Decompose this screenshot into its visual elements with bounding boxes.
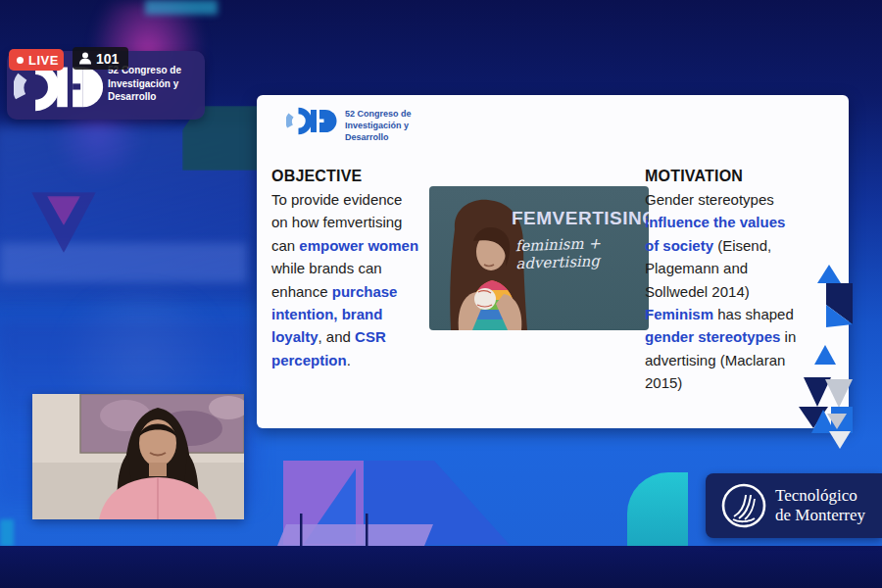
femvertising-title: FEMVERTISING <box>512 208 641 229</box>
tec-de-monterrey-logo-icon <box>721 483 766 528</box>
viewer-count-badge: 101 <box>73 47 128 70</box>
live-label: LIVE <box>28 53 59 68</box>
bottom-bar <box>0 546 882 588</box>
institution-name: Tecnológico de Monterrey <box>775 486 865 525</box>
slide-congress-title: 52 Congreso de Investigación y Desarroll… <box>345 108 412 143</box>
statue-triangle <box>31 192 96 253</box>
congress-title: 52 Congreso de Investigación y Desarroll… <box>108 64 181 104</box>
geometric-decoration <box>277 453 522 547</box>
motivation-heading: MOTIVATION <box>645 168 829 185</box>
femvertising-image: FEMVERTISING feminism + advertising <box>429 186 649 330</box>
stream-frame: LIVE 101 52 Congreso de Investigación y … <box>0 0 882 588</box>
glitch-cyan-bit <box>0 519 14 547</box>
viewer-count: 101 <box>96 51 119 67</box>
triangle-decoration <box>796 253 855 449</box>
presentation-slide: 52 Congreso de Investigación y Desarroll… <box>257 95 849 428</box>
femvertising-subtitle: feminism + advertising <box>514 233 643 273</box>
presenter-illustration <box>32 394 244 519</box>
institution-badge: Tecnológico de Monterrey <box>706 473 882 538</box>
statue-triangle-inner <box>47 196 80 225</box>
statue-art-band <box>0 243 247 282</box>
webcam-feed <box>32 394 244 519</box>
statue-art-upper <box>0 125 259 302</box>
live-dot-icon <box>17 57 24 64</box>
objective-heading: OBJECTIVE <box>271 168 444 185</box>
objective-text: To provide evidenceon how femvertisingca… <box>271 188 444 371</box>
slide-cid-logo <box>286 105 337 136</box>
glitch-cyan-strip <box>145 0 218 15</box>
person-icon <box>79 52 91 65</box>
teal-corner-decor <box>627 472 688 547</box>
objective-section: OBJECTIVE To provide evidenceon how femv… <box>271 168 444 371</box>
live-badge: LIVE <box>9 49 64 71</box>
